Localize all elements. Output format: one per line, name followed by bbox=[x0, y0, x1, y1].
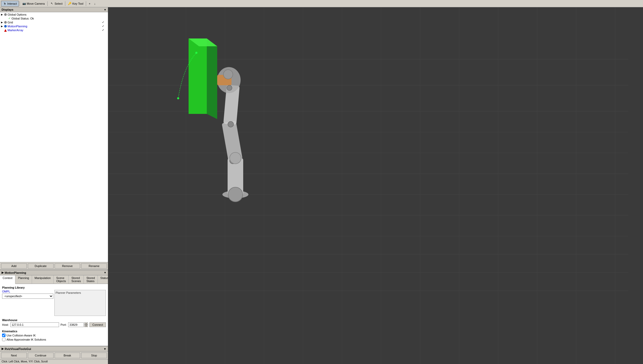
rviz-title: RvizVisualToolsGui bbox=[5, 347, 31, 350]
planner-parameters-label: Planner Parameters bbox=[55, 290, 106, 295]
displays-buttons-bar: Add Duplicate Remove Rename bbox=[0, 262, 108, 270]
ompl-label: OMPL bbox=[2, 290, 53, 293]
svg-point-40 bbox=[227, 85, 232, 90]
select-button[interactable]: ↖ Select bbox=[48, 1, 65, 6]
tab-stored-scenes[interactable]: Stored Scenes bbox=[69, 275, 84, 284]
key-tool-button[interactable]: 🔑 Key Tool bbox=[66, 1, 85, 6]
collision-aware-label: Use Collision-Aware IK bbox=[7, 334, 36, 337]
expand-icon-grid: ▶ bbox=[1, 21, 4, 24]
port-up-button[interactable]: ▲ bbox=[84, 322, 88, 325]
arrow-icon: ↓ bbox=[94, 2, 96, 5]
key-tool-label: Key Tool bbox=[72, 2, 83, 5]
display-item-global-options[interactable]: ▶ Global Options bbox=[0, 13, 108, 16]
break-button[interactable]: Break bbox=[55, 353, 80, 358]
tab-context[interactable]: Context bbox=[0, 275, 15, 284]
tab-scene-objects[interactable]: Scene Objects bbox=[54, 275, 69, 284]
displays-title: Displays bbox=[2, 8, 13, 11]
interact-button[interactable]: 🖱 Interact bbox=[1, 1, 19, 6]
check-marker-array: ✓ bbox=[99, 28, 107, 32]
planner-left: OMPL <unspecified> bbox=[2, 290, 53, 316]
kinematics-group: Kinematics Use Collision-Aware IK Allow … bbox=[2, 330, 106, 341]
svg-point-42 bbox=[230, 152, 241, 164]
display-item-grid[interactable]: ▶ Grid ✓ bbox=[0, 20, 108, 24]
port-down-button[interactable]: ▼ bbox=[84, 325, 88, 327]
key-icon: 🔑 bbox=[68, 2, 72, 5]
toolbar-separator-4 bbox=[86, 1, 86, 6]
approximate-ik-checkbox[interactable] bbox=[2, 338, 5, 341]
planner-parameters-area: Planner Parameters bbox=[54, 290, 106, 316]
tab-stored-states[interactable]: Stored States bbox=[84, 275, 98, 284]
tab-manipulation[interactable]: Manipulation bbox=[32, 275, 54, 284]
planning-library-group: Planning Library OMPL <unspecified> Plan… bbox=[2, 286, 106, 316]
approximate-ik-label: Allow Approximate IK Solutions bbox=[7, 338, 46, 341]
warehouse-row: Host: Port: ▲ ▼ Connect bbox=[2, 322, 106, 327]
toolbar-separator-3 bbox=[65, 1, 65, 6]
display-item-marker-array[interactable]: MarkerArray ✓ bbox=[0, 28, 108, 32]
planner-select[interactable]: <unspecified> bbox=[2, 294, 53, 299]
display-label-grid: Grid bbox=[8, 21, 99, 24]
status-text: Click: Left Click, Move, Y/Y: Click, Scr… bbox=[2, 360, 48, 363]
rename-display-button[interactable]: Rename bbox=[81, 263, 107, 269]
rviz-expand-icon: ▶ bbox=[2, 347, 4, 350]
interact-label: Interact bbox=[7, 2, 17, 5]
motion-planning-title: MotionPlanning bbox=[5, 271, 26, 274]
svg-point-43 bbox=[228, 187, 243, 202]
arrow-button[interactable]: ↓ bbox=[92, 1, 98, 6]
display-item-motion-planning[interactable]: ▶ MotionPlanning ✓ bbox=[0, 24, 108, 28]
check-motion-planning: ✓ bbox=[99, 24, 107, 28]
connect-button[interactable]: Connect bbox=[89, 322, 106, 327]
motion-planning-header: ▶ MotionPlanning ▼ bbox=[0, 270, 108, 275]
toolbar-separator-1 bbox=[20, 1, 20, 6]
3d-viewport[interactable] bbox=[108, 7, 643, 364]
motion-collapse-icon[interactable]: ▼ bbox=[104, 271, 106, 274]
marker-icon bbox=[4, 29, 7, 31]
interact-icon: 🖱 bbox=[3, 2, 7, 5]
plus-button[interactable]: + bbox=[87, 1, 92, 6]
displays-header: Displays ▼ bbox=[0, 7, 108, 12]
kinematics-label: Kinematics bbox=[2, 330, 106, 333]
stop-button[interactable]: Stop bbox=[81, 353, 107, 358]
remove-display-button[interactable]: Remove bbox=[55, 263, 80, 269]
svg-marker-0 bbox=[4, 29, 7, 32]
color-dot bbox=[4, 13, 7, 16]
motion-content-context: Planning Library OMPL <unspecified> Plan… bbox=[0, 284, 108, 346]
displays-collapse-icon[interactable]: ▼ bbox=[104, 8, 106, 11]
move-camera-button[interactable]: 📷 Move Camera bbox=[21, 1, 47, 6]
svg-point-41 bbox=[223, 70, 233, 79]
display-label-marker-array: MarkerArray bbox=[8, 29, 99, 32]
planner-area: OMPL <unspecified> Planner Parameters bbox=[2, 290, 106, 316]
warehouse-label: Warehouse bbox=[2, 318, 106, 322]
rviz-visual-tools-section: ▶ RvizVisualToolsGui ▼ Next Continue Bre… bbox=[0, 346, 108, 359]
svg-marker-28 bbox=[207, 38, 217, 119]
port-group: ▲ ▼ bbox=[68, 322, 88, 327]
rviz-collapse-icon[interactable]: ▼ bbox=[104, 347, 106, 350]
port-label: Port: bbox=[61, 323, 67, 326]
toolbar: 🖱 Interact 📷 Move Camera ↖ Select 🔑 Key … bbox=[0, 0, 643, 7]
next-button[interactable]: Next bbox=[1, 353, 27, 358]
display-item-global-status[interactable]: ✓ Global Status: Ok bbox=[0, 16, 108, 20]
svg-point-36 bbox=[195, 52, 197, 54]
host-label: Host: bbox=[2, 323, 9, 326]
check-grid: ✓ bbox=[99, 21, 107, 24]
rviz-buttons-bar: Next Continue Break Stop bbox=[0, 352, 108, 359]
svg-point-39 bbox=[228, 121, 234, 127]
approximate-ik-row: Allow Approximate IK Solutions bbox=[2, 338, 106, 341]
grid-overlay bbox=[108, 7, 643, 364]
move-camera-label: Move Camera bbox=[27, 2, 45, 5]
display-label-motion-planning: MotionPlanning bbox=[8, 25, 99, 28]
toolbar-separator-2 bbox=[47, 1, 48, 6]
continue-button[interactable]: Continue bbox=[28, 353, 54, 358]
expand-icon-mp: ▶ bbox=[1, 25, 4, 28]
display-label-global-options: Global Options bbox=[8, 13, 107, 16]
status-bar: Click: Left Click, Move, Y/Y: Click, Scr… bbox=[0, 359, 108, 364]
tab-planning[interactable]: Planning bbox=[15, 275, 32, 284]
displays-section: Displays ▼ ▶ Global Options ✓ Global Sta… bbox=[0, 7, 108, 270]
duplicate-display-button[interactable]: Duplicate bbox=[28, 263, 54, 269]
port-input[interactable] bbox=[68, 322, 84, 327]
collision-aware-row: Use Collision-Aware IK bbox=[2, 334, 106, 337]
displays-list: ▶ Global Options ✓ Global Status: Ok ▶ G… bbox=[0, 12, 108, 262]
add-display-button[interactable]: Add bbox=[1, 263, 27, 269]
collision-aware-checkbox[interactable] bbox=[2, 334, 5, 337]
host-input[interactable] bbox=[10, 322, 59, 327]
select-icon: ↖ bbox=[50, 2, 54, 5]
